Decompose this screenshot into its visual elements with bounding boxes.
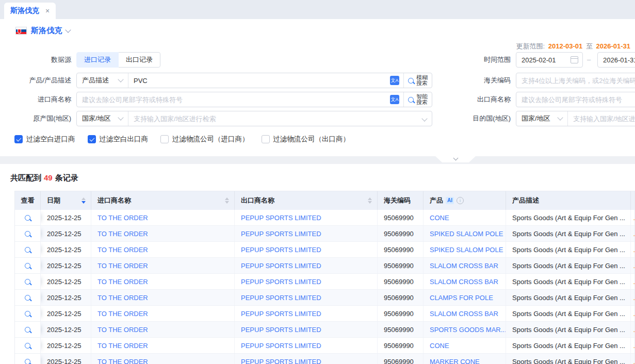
importer-link[interactable]: TO THE ORDER <box>97 310 148 318</box>
sort-icons[interactable] <box>225 197 229 204</box>
table-header-row: 查看 日期 进口商名称 出口商名称 海关编码 产品 AI i <box>15 191 634 210</box>
import-records-tab[interactable]: 进口记录 <box>76 52 119 68</box>
column-header-exporter[interactable]: 出口商名称 <box>235 191 378 210</box>
view-record-icon[interactable] <box>25 215 30 221</box>
importer-input[interactable] <box>77 93 386 106</box>
view-record-icon[interactable] <box>25 311 30 317</box>
exporter-link[interactable]: PEPUP SPORTS LIMITED <box>241 358 321 364</box>
date-to-field[interactable] <box>597 52 635 68</box>
collapse-form-button[interactable] <box>435 156 476 162</box>
view-record-icon[interactable] <box>25 231 30 237</box>
exporter-link[interactable]: PEPUP SPORTS LIMITED <box>241 262 321 270</box>
product-link[interactable]: CLAMPS FOR POLE <box>430 294 493 302</box>
chevron-down-icon <box>421 115 427 121</box>
product-link[interactable]: SLALOM CROSS BAR <box>430 262 498 270</box>
date-cell: 2025-12-25 <box>41 338 91 353</box>
importer-link[interactable]: TO THE ORDER <box>97 326 148 334</box>
exporter-link[interactable]: PEPUP SPORTS LIMITED <box>241 294 321 302</box>
origin-country-input[interactable] <box>128 112 422 125</box>
importer-link[interactable]: TO THE ORDER <box>97 294 148 302</box>
exporter-link[interactable]: PEPUP SPORTS LIMITED <box>241 230 321 238</box>
smart-search-button[interactable]: 智能 搜索 <box>403 92 432 107</box>
importer-link[interactable]: TO THE ORDER <box>97 262 148 270</box>
extra-cell: … <box>631 258 635 273</box>
date-from-field[interactable] <box>516 52 583 68</box>
product-link[interactable]: CONE <box>430 342 449 350</box>
close-icon[interactable]: × <box>45 7 50 15</box>
exporter-link[interactable]: PEPUP SPORTS LIMITED <box>241 326 321 334</box>
origin-country-select[interactable]: 国家/地区 <box>77 111 128 126</box>
date-to-input[interactable] <box>598 56 635 64</box>
product-link[interactable]: SPIKED SLALOM POLE <box>430 230 503 238</box>
calendar-icon[interactable] <box>571 56 578 63</box>
product-cell: SLALOM CROSS BAR <box>424 306 506 321</box>
hs-code-field[interactable] <box>516 73 635 88</box>
filter-checkbox-0[interactable]: 过滤空白进口商 <box>14 135 75 144</box>
chevron-down-icon <box>118 76 123 82</box>
match-count: 49 <box>44 173 53 182</box>
datasource-segment: 进口记录 出口记录 <box>76 52 160 68</box>
view-record-icon[interactable] <box>25 327 30 333</box>
update-range-sep: 至 <box>586 42 593 50</box>
date-from-input[interactable] <box>516 56 571 64</box>
row-view-cell <box>15 242 41 257</box>
filter-checkbox-1[interactable]: 过滤空白出口商 <box>88 135 149 144</box>
view-record-icon[interactable] <box>25 279 30 285</box>
importer-link[interactable]: TO THE ORDER <box>97 214 148 222</box>
chevron-down-icon <box>65 27 71 32</box>
export-records-tab[interactable]: 出口记录 <box>119 52 160 68</box>
importer-link[interactable]: TO THE ORDER <box>97 246 148 254</box>
fuzzy-search-button[interactable]: 模糊 搜索 <box>403 73 432 88</box>
translate-icon[interactable]: 文A <box>390 95 399 104</box>
column-header-importer[interactable]: 进口商名称 <box>91 191 235 210</box>
view-record-icon[interactable] <box>25 263 30 269</box>
destination-group: 国家/地区 <box>516 111 635 126</box>
description-cell: Sports Goods (Art & Equip For Gen ... <box>506 258 631 273</box>
exporter-link[interactable]: PEPUP SPORTS LIMITED <box>241 278 321 286</box>
checkbox-checked-icon[interactable] <box>14 135 23 143</box>
sort-icons[interactable] <box>82 197 86 204</box>
info-icon[interactable]: i <box>457 197 464 204</box>
destination-input[interactable] <box>568 115 635 123</box>
product-cell: SPORTS GOODS MAR... <box>424 322 506 337</box>
product-input[interactable] <box>128 74 386 87</box>
product-link[interactable]: SPORTS GOODS MAR... <box>430 326 506 334</box>
column-header-date[interactable]: 日期 <box>41 191 91 210</box>
filter-checkbox-3[interactable]: 过滤物流公司（出口商） <box>262 135 350 144</box>
hs-code-cell: 95069990 <box>378 354 424 364</box>
product-cell: SPIKED SLALOM POLE <box>424 226 506 241</box>
importer-link[interactable]: TO THE ORDER <box>97 230 148 238</box>
checkbox-unchecked-icon[interactable] <box>160 135 169 143</box>
sort-icons[interactable] <box>368 197 372 204</box>
exporter-input[interactable] <box>516 96 635 104</box>
product-link[interactable]: SPIKED SLALOM POLE <box>430 246 503 254</box>
view-record-icon[interactable] <box>25 359 30 364</box>
view-record-icon[interactable] <box>25 295 30 301</box>
product-link[interactable]: SLALOM CROSS BAR <box>430 278 498 286</box>
exporter-field[interactable] <box>516 92 635 107</box>
exporter-link[interactable]: PEPUP SPORTS LIMITED <box>241 310 321 318</box>
country-selector[interactable]: 斯洛伐克 <box>15 26 70 36</box>
product-link[interactable]: SLALOM CROSS BAR <box>430 310 498 318</box>
product-type-select[interactable]: 产品描述 <box>77 73 128 88</box>
view-record-icon[interactable] <box>25 343 30 349</box>
product-link[interactable]: MARKER CONE <box>430 358 480 364</box>
importer-link[interactable]: TO THE ORDER <box>97 358 148 364</box>
filter-checkbox-2[interactable]: 过滤物流公司（进口商） <box>160 135 249 144</box>
row-view-cell <box>15 226 41 241</box>
product-search-group: 产品描述 文A 模糊 搜索 <box>76 73 432 88</box>
importer-link[interactable]: TO THE ORDER <box>97 278 148 286</box>
view-record-icon[interactable] <box>25 247 30 253</box>
hs-code-input[interactable] <box>516 77 635 85</box>
destination-select[interactable]: 国家/地区 <box>516 111 568 126</box>
checkbox-unchecked-icon[interactable] <box>262 135 270 143</box>
translate-icon[interactable]: 文A <box>390 76 399 85</box>
exporter-link[interactable]: PEPUP SPORTS LIMITED <box>241 246 321 254</box>
exporter-link[interactable]: PEPUP SPORTS LIMITED <box>241 214 321 222</box>
product-link[interactable]: CONE <box>430 214 449 222</box>
exporter-link[interactable]: PEPUP SPORTS LIMITED <box>241 342 321 350</box>
importer-link[interactable]: TO THE ORDER <box>97 342 148 350</box>
extra-cell: … <box>631 306 635 321</box>
checkbox-checked-icon[interactable] <box>88 135 96 143</box>
country-tab[interactable]: 斯洛伐克 × <box>4 3 56 19</box>
